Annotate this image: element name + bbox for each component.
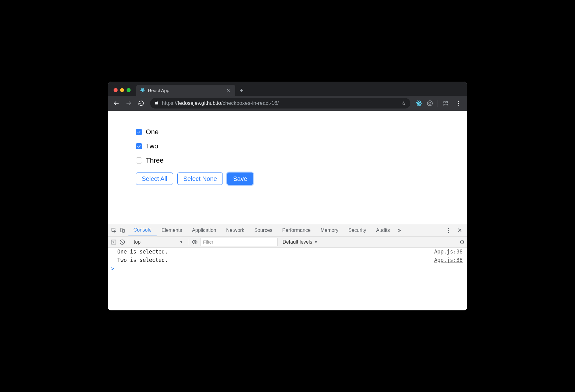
select-all-button[interactable]: Select All bbox=[136, 173, 173, 185]
svg-point-11 bbox=[429, 102, 431, 104]
page-content: One Two Three Select All Select None Sav… bbox=[108, 111, 467, 224]
maximize-window-button[interactable] bbox=[127, 88, 131, 92]
checkbox-row-one: One bbox=[136, 128, 467, 136]
extension-circle-icon[interactable] bbox=[426, 100, 433, 107]
inspect-element-icon[interactable] bbox=[111, 228, 117, 233]
svg-point-10 bbox=[427, 101, 433, 106]
console-log-source[interactable]: App.js:38 bbox=[434, 257, 463, 263]
chevron-down-icon: ▼ bbox=[179, 240, 183, 244]
url-text: https://fedosejev.github.io/checkboxes-i… bbox=[162, 100, 398, 106]
checkbox-one[interactable] bbox=[136, 129, 142, 135]
browser-tab[interactable]: React App ✕ bbox=[136, 85, 235, 96]
separator bbox=[128, 239, 128, 245]
chevron-down-icon: ▼ bbox=[314, 240, 318, 244]
close-window-button[interactable] bbox=[114, 88, 118, 92]
console-body: One is selected. App.js:38 Two is select… bbox=[108, 248, 467, 310]
new-tab-button[interactable]: + bbox=[235, 87, 248, 96]
react-devtools-icon[interactable] bbox=[415, 100, 422, 107]
devtools-close-icon[interactable]: ✕ bbox=[454, 227, 465, 234]
live-expression-icon[interactable] bbox=[192, 239, 198, 245]
save-button[interactable]: Save bbox=[227, 173, 253, 185]
devtools-tab-network[interactable]: Network bbox=[221, 224, 249, 236]
svg-point-6 bbox=[418, 103, 419, 104]
devtools-tab-memory[interactable]: Memory bbox=[316, 224, 344, 236]
separator bbox=[189, 239, 189, 245]
devtools-tab-security[interactable]: Security bbox=[343, 224, 371, 236]
console-filter-input[interactable] bbox=[200, 238, 278, 246]
minimize-window-button[interactable] bbox=[120, 88, 124, 92]
titlebar: React App ✕ + bbox=[108, 82, 467, 96]
devtools-tabbar: Console Elements Application Network Sou… bbox=[108, 224, 467, 236]
extension-icons bbox=[414, 100, 451, 107]
select-none-button[interactable]: Select None bbox=[177, 173, 223, 185]
devtools-tab-elements[interactable]: Elements bbox=[157, 224, 187, 236]
tab-title: React App bbox=[148, 88, 225, 93]
checkbox-row-three: Three bbox=[136, 156, 467, 164]
checkbox-label: One bbox=[146, 128, 159, 136]
react-favicon-icon bbox=[140, 88, 145, 93]
svg-point-12 bbox=[444, 101, 446, 103]
url-path: /checkboxes-in-react-16/ bbox=[221, 100, 279, 106]
checkbox-two[interactable] bbox=[136, 143, 142, 149]
devtools-tab-audits[interactable]: Audits bbox=[371, 224, 395, 236]
console-log-row: Two is selected. App.js:38 bbox=[108, 256, 467, 264]
console-sidebar-toggle-icon[interactable] bbox=[110, 239, 117, 245]
lock-icon bbox=[154, 100, 159, 106]
svg-point-0 bbox=[142, 90, 143, 91]
console-settings-icon[interactable]: ⚙ bbox=[460, 239, 465, 245]
console-log-message: One is selected. bbox=[117, 249, 168, 255]
devtools-more-tabs-icon[interactable]: » bbox=[395, 227, 404, 233]
address-bar[interactable]: https://fedosejev.github.io/checkboxes-i… bbox=[150, 98, 410, 109]
toolbar: https://fedosejev.github.io/checkboxes-i… bbox=[108, 96, 467, 111]
console-context-select[interactable]: top ▼ bbox=[131, 239, 186, 245]
url-host: fedosejev.github.io bbox=[178, 100, 221, 106]
console-prompt[interactable]: > bbox=[108, 264, 467, 273]
browser-menu-icon[interactable]: ⋮ bbox=[453, 100, 464, 107]
console-levels-select[interactable]: Default levels ▼ bbox=[280, 239, 320, 245]
levels-label: Default levels bbox=[283, 239, 312, 245]
window-controls bbox=[111, 88, 136, 96]
svg-line-19 bbox=[121, 241, 124, 244]
back-button[interactable] bbox=[111, 98, 122, 109]
console-toolbar: top ▼ Default levels ▼ ⚙ bbox=[108, 236, 467, 248]
devtools-tab-sources[interactable]: Sources bbox=[249, 224, 277, 236]
button-row: Select All Select None Save bbox=[136, 173, 467, 185]
console-log-message: Two is selected. bbox=[117, 257, 168, 263]
svg-point-20 bbox=[194, 241, 196, 243]
devtools-tab-console[interactable]: Console bbox=[128, 224, 157, 236]
context-value: top bbox=[134, 239, 141, 245]
devtools-tab-application[interactable]: Application bbox=[187, 224, 221, 236]
bookmark-star-icon[interactable]: ☆ bbox=[401, 100, 406, 107]
url-scheme: https:// bbox=[162, 100, 178, 106]
forward-button[interactable] bbox=[123, 98, 134, 109]
checkbox-label: Two bbox=[146, 142, 158, 150]
devtools-menu-icon[interactable]: ⋮ bbox=[443, 227, 454, 234]
console-log-row: One is selected. App.js:38 bbox=[108, 248, 467, 256]
checkbox-row-two: Two bbox=[136, 142, 467, 150]
devtools-tab-performance[interactable]: Performance bbox=[277, 224, 316, 236]
close-tab-icon[interactable]: ✕ bbox=[225, 87, 231, 93]
toolbar-separator bbox=[438, 100, 438, 107]
device-toggle-icon[interactable] bbox=[120, 228, 125, 233]
svg-point-13 bbox=[446, 101, 448, 103]
browser-window: React App ✕ + https://fedosejev.github.i… bbox=[108, 82, 467, 310]
devtools-panel: Console Elements Application Network Sou… bbox=[108, 224, 467, 310]
profile-icon[interactable] bbox=[442, 100, 449, 107]
checkbox-label: Three bbox=[146, 156, 163, 164]
reload-button[interactable] bbox=[136, 98, 146, 109]
console-log-source[interactable]: App.js:38 bbox=[434, 249, 463, 255]
checkbox-three[interactable] bbox=[136, 157, 142, 164]
clear-console-icon[interactable] bbox=[119, 239, 125, 245]
